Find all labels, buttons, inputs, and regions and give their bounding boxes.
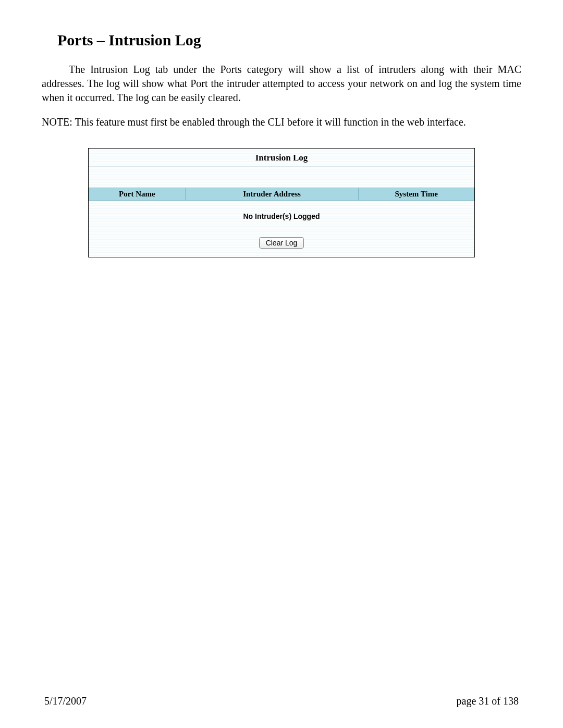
clear-log-button[interactable]: Clear Log: [259, 237, 304, 249]
intrusion-log-table: Port Name Intruder Address System Time: [89, 188, 474, 201]
page-footer: 5/17/2007 page 31 of 138: [0, 695, 563, 707]
intrusion-log-panel: Intrusion Log Port Name Intruder Address…: [88, 148, 475, 257]
note-paragraph: NOTE: This feature must first be enabled…: [42, 115, 521, 129]
footer-page-number: page 31 of 138: [457, 695, 519, 707]
description-paragraph: The Intrusion Log tab under the Ports ca…: [42, 63, 521, 105]
section-heading: Ports – Intrusion Log: [57, 31, 521, 49]
no-intruders-message: No Intruder(s) Logged: [89, 201, 474, 230]
col-header-system-time: System Time: [359, 188, 474, 201]
col-header-intruder-address: Intruder Address: [185, 188, 359, 201]
footer-date: 5/17/2007: [44, 695, 87, 707]
col-header-port-name: Port Name: [89, 188, 186, 201]
panel-title: Intrusion Log: [89, 149, 474, 167]
